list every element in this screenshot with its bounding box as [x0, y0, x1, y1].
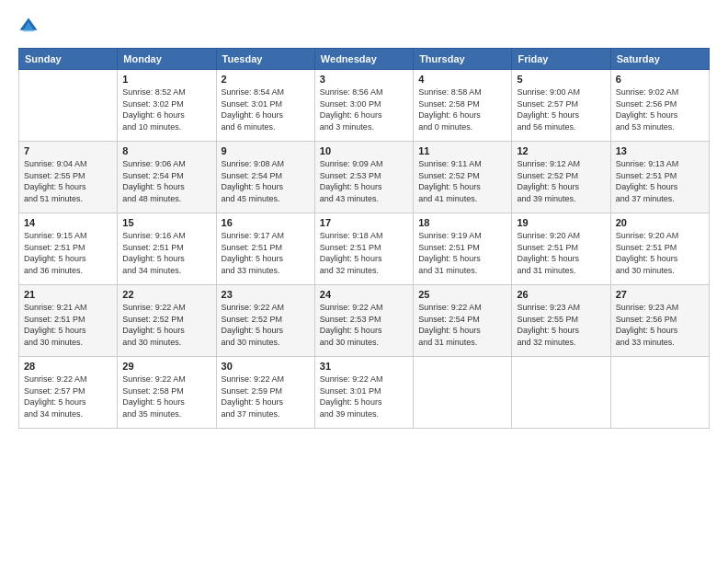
day-number: 23 [222, 289, 310, 300]
day-number: 16 [222, 217, 310, 228]
calendar-cell: 30Sunrise: 9:22 AM Sunset: 2:59 PM Dayli… [216, 357, 314, 429]
day-info: Sunrise: 9:08 AM Sunset: 2:54 PM Dayligh… [222, 158, 310, 204]
calendar-cell: 29Sunrise: 9:22 AM Sunset: 2:58 PM Dayli… [118, 357, 216, 429]
day-info: Sunrise: 9:23 AM Sunset: 2:55 PM Dayligh… [517, 302, 605, 348]
calendar-cell: 1Sunrise: 8:52 AM Sunset: 3:02 PM Daylig… [118, 70, 216, 142]
day-info: Sunrise: 9:11 AM Sunset: 2:52 PM Dayligh… [418, 158, 506, 204]
day-info: Sunrise: 9:06 AM Sunset: 2:54 PM Dayligh… [122, 158, 210, 204]
day-info: Sunrise: 9:12 AM Sunset: 2:52 PM Dayligh… [517, 158, 605, 204]
calendar-cell [610, 357, 709, 429]
day-info: Sunrise: 9:22 AM Sunset: 2:52 PM Dayligh… [122, 302, 210, 348]
day-number: 10 [320, 145, 408, 156]
page: SundayMondayTuesdayWednesdayThursdayFrid… [0, 0, 728, 563]
weekday-header-saturday: Saturday [610, 49, 709, 70]
day-number: 25 [418, 289, 506, 300]
day-info: Sunrise: 9:22 AM Sunset: 2:59 PM Dayligh… [222, 373, 310, 419]
weekday-header-wednesday: Wednesday [314, 49, 413, 70]
day-info: Sunrise: 9:22 AM Sunset: 2:57 PM Dayligh… [24, 373, 112, 419]
calendar-cell: 4Sunrise: 8:58 AM Sunset: 2:58 PM Daylig… [414, 70, 512, 142]
calendar-cell: 17Sunrise: 9:18 AM Sunset: 2:51 PM Dayli… [314, 213, 413, 285]
weekday-header-tuesday: Tuesday [216, 49, 314, 70]
day-number: 30 [222, 361, 310, 372]
calendar-cell: 10Sunrise: 9:09 AM Sunset: 2:53 PM Dayli… [314, 142, 413, 213]
calendar-cell: 21Sunrise: 9:21 AM Sunset: 2:51 PM Dayli… [19, 285, 118, 357]
calendar-cell [414, 357, 512, 429]
calendar-cell: 26Sunrise: 9:23 AM Sunset: 2:55 PM Dayli… [512, 285, 610, 357]
day-number: 9 [222, 145, 310, 156]
day-info: Sunrise: 9:20 AM Sunset: 2:51 PM Dayligh… [616, 230, 704, 276]
day-info: Sunrise: 9:13 AM Sunset: 2:51 PM Dayligh… [616, 158, 704, 204]
calendar-cell: 12Sunrise: 9:12 AM Sunset: 2:52 PM Dayli… [512, 142, 610, 213]
day-number: 31 [320, 361, 408, 372]
day-info: Sunrise: 8:52 AM Sunset: 3:02 PM Dayligh… [122, 86, 210, 132]
day-number: 4 [418, 74, 506, 85]
day-number: 26 [517, 289, 605, 300]
day-number: 13 [616, 145, 704, 156]
day-info: Sunrise: 9:02 AM Sunset: 2:56 PM Dayligh… [616, 86, 704, 132]
calendar-cell: 31Sunrise: 9:22 AM Sunset: 3:01 PM Dayli… [314, 357, 413, 429]
calendar-cell: 7Sunrise: 9:04 AM Sunset: 2:55 PM Daylig… [19, 142, 118, 213]
day-number: 29 [122, 361, 210, 372]
day-info: Sunrise: 9:22 AM Sunset: 2:58 PM Dayligh… [122, 373, 210, 419]
day-info: Sunrise: 9:04 AM Sunset: 2:55 PM Dayligh… [24, 158, 112, 204]
day-info: Sunrise: 9:16 AM Sunset: 2:51 PM Dayligh… [122, 230, 210, 276]
day-number: 1 [122, 74, 210, 85]
day-info: Sunrise: 9:22 AM Sunset: 2:53 PM Dayligh… [320, 302, 408, 348]
day-info: Sunrise: 9:15 AM Sunset: 2:51 PM Dayligh… [24, 230, 112, 276]
day-number: 21 [24, 289, 112, 300]
weekday-header-sunday: Sunday [19, 49, 118, 70]
calendar-cell: 24Sunrise: 9:22 AM Sunset: 2:53 PM Dayli… [314, 285, 413, 357]
day-info: Sunrise: 8:58 AM Sunset: 2:58 PM Dayligh… [418, 86, 506, 132]
day-number: 11 [418, 145, 506, 156]
day-info: Sunrise: 9:17 AM Sunset: 2:51 PM Dayligh… [222, 230, 310, 276]
day-number: 28 [24, 361, 112, 372]
day-info: Sunrise: 8:54 AM Sunset: 3:01 PM Dayligh… [222, 86, 310, 132]
calendar-cell [512, 357, 610, 429]
day-info: Sunrise: 9:23 AM Sunset: 2:56 PM Dayligh… [616, 302, 704, 348]
day-info: Sunrise: 8:56 AM Sunset: 3:00 PM Dayligh… [320, 86, 408, 132]
calendar-cell: 28Sunrise: 9:22 AM Sunset: 2:57 PM Dayli… [19, 357, 118, 429]
calendar-cell: 16Sunrise: 9:17 AM Sunset: 2:51 PM Dayli… [216, 213, 314, 285]
header [18, 17, 710, 37]
day-info: Sunrise: 9:22 AM Sunset: 2:52 PM Dayligh… [222, 302, 310, 348]
day-number: 12 [517, 145, 605, 156]
calendar-cell: 8Sunrise: 9:06 AM Sunset: 2:54 PM Daylig… [118, 142, 216, 213]
calendar-cell: 6Sunrise: 9:02 AM Sunset: 2:56 PM Daylig… [610, 70, 709, 142]
day-number: 24 [320, 289, 408, 300]
weekday-header-monday: Monday [118, 49, 216, 70]
calendar-table: SundayMondayTuesdayWednesdayThursdayFrid… [18, 48, 710, 429]
calendar-cell: 3Sunrise: 8:56 AM Sunset: 3:00 PM Daylig… [314, 70, 413, 142]
calendar-cell: 18Sunrise: 9:19 AM Sunset: 2:51 PM Dayli… [414, 213, 512, 285]
calendar-cell [19, 70, 118, 142]
weekday-header-friday: Friday [512, 49, 610, 70]
day-info: Sunrise: 9:20 AM Sunset: 2:51 PM Dayligh… [517, 230, 605, 276]
day-info: Sunrise: 9:19 AM Sunset: 2:51 PM Dayligh… [418, 230, 506, 276]
calendar-cell: 9Sunrise: 9:08 AM Sunset: 2:54 PM Daylig… [216, 142, 314, 213]
calendar-cell: 22Sunrise: 9:22 AM Sunset: 2:52 PM Dayli… [118, 285, 216, 357]
day-number: 27 [616, 289, 704, 300]
calendar-cell: 5Sunrise: 9:00 AM Sunset: 2:57 PM Daylig… [512, 70, 610, 142]
day-number: 18 [418, 217, 506, 228]
day-number: 14 [24, 217, 112, 228]
calendar-cell: 13Sunrise: 9:13 AM Sunset: 2:51 PM Dayli… [610, 142, 709, 213]
day-number: 3 [320, 74, 408, 85]
day-info: Sunrise: 9:22 AM Sunset: 2:54 PM Dayligh… [418, 302, 506, 348]
day-info: Sunrise: 9:18 AM Sunset: 2:51 PM Dayligh… [320, 230, 408, 276]
day-info: Sunrise: 9:09 AM Sunset: 2:53 PM Dayligh… [320, 158, 408, 204]
day-number: 5 [517, 74, 605, 85]
logo-icon [18, 17, 39, 37]
day-info: Sunrise: 9:21 AM Sunset: 2:51 PM Dayligh… [24, 302, 112, 348]
day-number: 17 [320, 217, 408, 228]
calendar-cell: 20Sunrise: 9:20 AM Sunset: 2:51 PM Dayli… [610, 213, 709, 285]
day-number: 19 [517, 217, 605, 228]
calendar-cell: 11Sunrise: 9:11 AM Sunset: 2:52 PM Dayli… [414, 142, 512, 213]
day-number: 7 [24, 145, 112, 156]
day-number: 20 [616, 217, 704, 228]
day-number: 8 [122, 145, 210, 156]
day-number: 2 [222, 74, 310, 85]
day-info: Sunrise: 9:22 AM Sunset: 3:01 PM Dayligh… [320, 373, 408, 419]
calendar-cell: 14Sunrise: 9:15 AM Sunset: 2:51 PM Dayli… [19, 213, 118, 285]
calendar-cell: 27Sunrise: 9:23 AM Sunset: 2:56 PM Dayli… [610, 285, 709, 357]
calendar-cell: 15Sunrise: 9:16 AM Sunset: 2:51 PM Dayli… [118, 213, 216, 285]
logo [18, 17, 42, 37]
